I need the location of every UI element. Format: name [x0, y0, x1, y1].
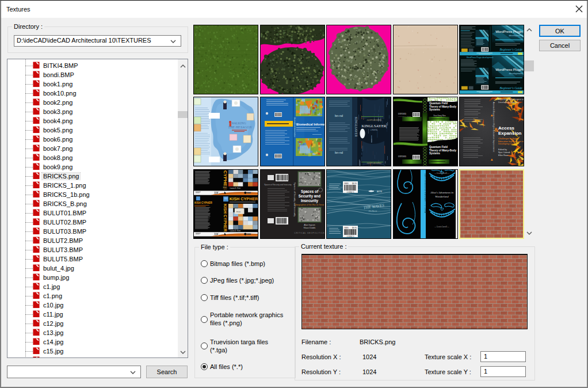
svg-text:Insecurity: Insecurity	[300, 199, 318, 203]
svg-text:Quantum Field: Quantum Field	[429, 102, 448, 105]
svg-text:Developing Countries: Developing Countries	[498, 143, 519, 145]
svg-text:WALKING: WALKING	[231, 121, 247, 125]
svg-text:Alice's Adventures in Wonderla: Alice's Adventures in Wonderland — L. Ca…	[423, 173, 426, 213]
svg-text:ISBN: ISBN	[344, 182, 349, 184]
svg-text:ALISTAIR KING: ALISTAIR KING	[366, 162, 381, 165]
svg-text:Systems: Systems	[429, 108, 440, 111]
svg-text:Education Improvement in: Education Improvement in	[498, 98, 524, 101]
svg-text:Biomedical Informatics: Biomedical Informatics	[293, 117, 296, 137]
svg-text:CRITICAL GEOPOLITICS: CRITICAL GEOPOLITICS	[294, 232, 324, 234]
svg-text:ALISTAIR KING: ALISTAIR KING	[366, 119, 381, 121]
svg-text:Quantum Field: Quantum Field	[429, 146, 448, 149]
svg-text:Klaus Dodds: Klaus Dodds	[303, 227, 315, 229]
svg-text:— Lewis Carroll —: — Lewis Carroll —	[434, 226, 449, 228]
svg-text:Ella Merritt: Ella Merritt	[368, 210, 377, 212]
svg-text:Beginner's Guide: Beginner's Guide	[499, 86, 522, 89]
svg-text:Access: Access	[498, 125, 515, 131]
svg-text:Spaces of Security and Insecur: Spaces of Security and Insecurity	[293, 182, 296, 216]
svg-text:Spaces of Security and Insecur: Spaces of Security and Insecurity	[264, 184, 292, 186]
svg-text:THE HEXAGON: THE HEXAGON	[228, 125, 253, 129]
svg-text:Challenges to Higher: Challenges to Higher	[498, 138, 519, 140]
svg-text:OXFORD: OXFORD	[398, 113, 406, 115]
svg-text:0 58362 3: 0 58362 3	[347, 235, 354, 237]
svg-text:0 58362 3: 0 58362 3	[347, 191, 354, 193]
svg-text:Geographies of the War on Terr: Geographies of the War on Terror	[295, 204, 324, 206]
svg-text:Ellen Roari: Ellen Roari	[498, 154, 509, 157]
svg-text:development: development	[509, 72, 523, 75]
svg-text:Xiao-Gang Wen: Xiao-Gang Wen	[433, 115, 446, 117]
svg-text:Theory of Many-Body: Theory of Many-Body	[429, 149, 456, 152]
svg-text:Security and: Security and	[298, 194, 320, 199]
svg-text:Njeri Colendi: Njeri Colendi	[498, 151, 510, 154]
svg-text:bn-nd: bn-nd	[335, 151, 343, 154]
svg-text:ISBN: ISBN	[344, 226, 349, 229]
svg-text:Education Improvement in: Education Improvement in	[498, 140, 524, 143]
svg-text:MSK: MSK	[223, 187, 227, 189]
svg-text:Laura D. Ken: Laura D. Ken	[230, 229, 241, 231]
svg-text:KINGLSAYER: KINGLSAYER	[362, 124, 387, 128]
svg-text:WordPress Plugin: WordPress Plugin	[495, 68, 522, 71]
svg-text:Alice's Adventures in: Alice's Adventures in	[429, 191, 453, 194]
svg-text:Expansion: Expansion	[498, 131, 522, 136]
svg-text:UNIVERSITY PRESS: UNIVERSITY PRESS	[398, 116, 411, 117]
svg-text:OXFORD: OXFORD	[398, 155, 406, 158]
svg-text:Quantum Field Theory of Many-B: Quantum Field Theory of Many-Body System…	[425, 115, 427, 155]
svg-text:KISH CYPHER: KISH CYPHER	[194, 201, 213, 204]
svg-text:Spaces of: Spaces of	[300, 189, 318, 194]
svg-text:KINGLSAYER: KINGLSAYER	[354, 117, 358, 137]
svg-text:Developing Countries: Developing Countries	[498, 101, 519, 104]
svg-text:Alan Ingram: Alan Ingram	[304, 224, 315, 226]
svg-text:Laura D. Ken: Laura D. Ken	[230, 187, 241, 189]
svg-text:MSK: MSK	[236, 210, 241, 213]
svg-text:Access & Expansion in Higher E: Access & Expansion in Higher Education I…	[492, 102, 495, 152]
svg-text:Biomedical Informatics: Biomedical Informatics	[296, 123, 324, 126]
svg-text:WordPress Plugin development: WordPress Plugin development	[467, 56, 494, 59]
svg-text:KISH CYPHER: KISH CYPHER	[230, 196, 258, 201]
svg-text:A NOVEL: A NOVEL	[371, 129, 378, 131]
svg-text:— Lewis Carroll —: — Lewis Carroll —	[434, 172, 449, 174]
svg-text:$8.95: $8.95	[352, 226, 357, 229]
svg-text:KISH CYPHER: KISH CYPHER	[223, 204, 227, 231]
svg-text:WordPress Plugin: WordPress Plugin	[495, 29, 522, 33]
svg-text:development: development	[509, 33, 523, 36]
svg-text:Edited by: Edited by	[498, 149, 507, 151]
svg-text:Systems: Systems	[429, 152, 440, 155]
svg-text:bn-nd: bn-nd	[335, 114, 343, 117]
svg-text:Wonderland: Wonderland	[435, 195, 449, 198]
svg-text:AVON: AVON	[377, 191, 382, 193]
svg-text:Theory of Many-Body: Theory of Many-Body	[429, 105, 456, 108]
svg-text:$8.95: $8.95	[352, 182, 357, 184]
svg-text:Beginner's Guide: Beginner's Guide	[499, 48, 522, 51]
